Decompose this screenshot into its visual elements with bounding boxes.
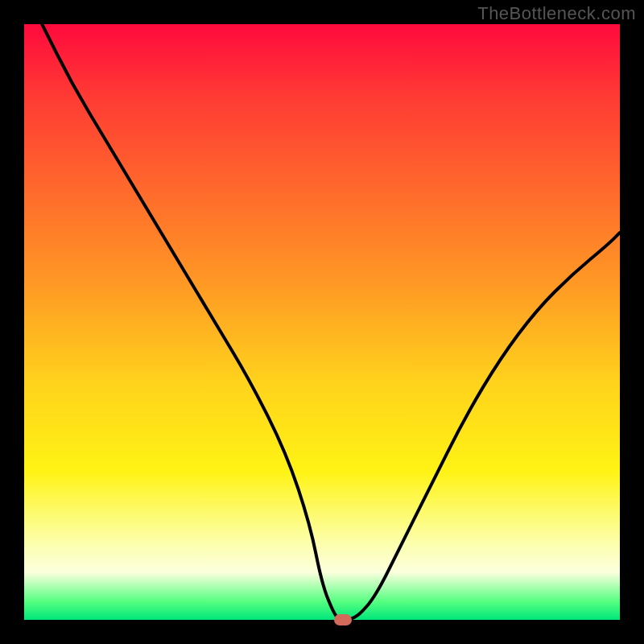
plot-area (24, 24, 620, 620)
watermark-text: TheBottleneck.com (477, 3, 636, 24)
optimum-marker (334, 614, 352, 625)
chart-frame: TheBottleneck.com (0, 0, 644, 644)
bottleneck-curve (24, 24, 620, 620)
